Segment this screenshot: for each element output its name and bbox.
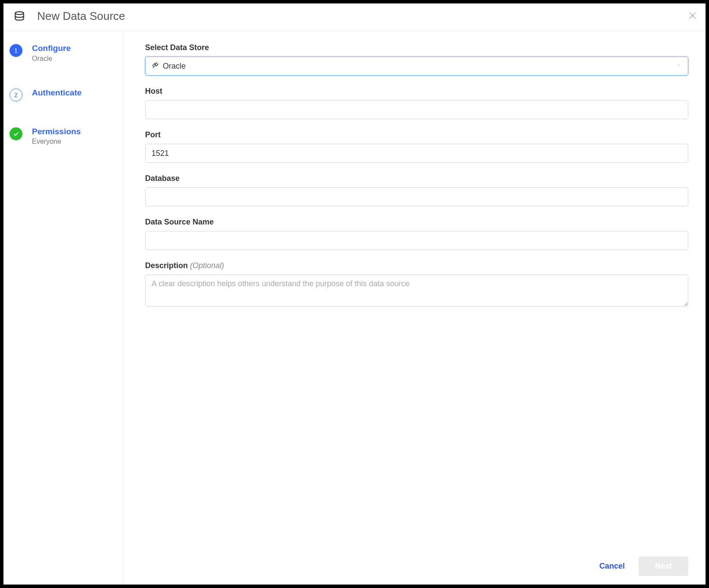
label-port: Port: [145, 130, 688, 139]
data-store-value: Oracle: [163, 62, 186, 71]
field-host: Host: [145, 87, 688, 119]
field-data-source-name: Data Source Name: [145, 218, 688, 250]
step-label: Configure: [32, 43, 71, 54]
field-description: Description (Optional): [145, 261, 688, 308]
step-badge-2: 2: [9, 89, 22, 101]
dialog-header: New Data Source: [3, 3, 706, 31]
field-select-data-store: Select Data Store Oracle: [145, 43, 688, 76]
cancel-button[interactable]: Cancel: [594, 557, 630, 575]
step-badge-check: [9, 127, 22, 140]
step-badge-1: 1: [9, 44, 22, 57]
label-optional: (Optional): [190, 261, 224, 270]
next-button[interactable]: Next: [639, 556, 688, 576]
step-sublabel: Oracle: [32, 55, 71, 63]
steps-sidebar: 1 Configure Oracle 2 Authenticate Permis…: [3, 31, 123, 585]
close-icon[interactable]: [688, 11, 697, 22]
label-database: Database: [145, 174, 688, 183]
step-text: Permissions Everyone: [32, 126, 81, 146]
description-textarea[interactable]: [145, 275, 688, 307]
database-icon: [14, 11, 25, 22]
form-panel: Select Data Store Oracle: [123, 31, 706, 585]
field-port: Port: [145, 130, 688, 163]
step-text: Authenticate: [32, 88, 82, 98]
port-input[interactable]: [145, 144, 688, 163]
field-database: Database: [145, 174, 688, 206]
data-store-select[interactable]: Oracle: [145, 57, 688, 76]
database-input[interactable]: [145, 187, 688, 206]
dialog-footer: Cancel Next: [145, 548, 688, 576]
step-sublabel: Everyone: [32, 138, 81, 145]
dialog-body: 1 Configure Oracle 2 Authenticate Permis…: [3, 31, 706, 585]
label-host: Host: [145, 87, 688, 96]
step-text: Configure Oracle: [32, 43, 71, 63]
label-data-source-name: Data Source Name: [145, 218, 688, 227]
dialog-title: New Data Source: [37, 9, 125, 23]
configure-form: Select Data Store Oracle: [145, 43, 688, 548]
svg-point-0: [15, 12, 24, 15]
label-description: Description (Optional): [145, 261, 688, 270]
label-description-text: Description: [145, 261, 188, 270]
data-source-name-input[interactable]: [145, 231, 688, 250]
plug-icon: [152, 61, 159, 71]
label-select-data-store: Select Data Store: [145, 43, 688, 52]
step-configure[interactable]: 1 Configure Oracle: [9, 43, 117, 63]
step-label: Authenticate: [32, 88, 82, 98]
step-authenticate[interactable]: 2 Authenticate: [9, 88, 117, 101]
chevron-down-icon: [676, 62, 682, 70]
host-input[interactable]: [145, 100, 688, 119]
step-label: Permissions: [32, 126, 81, 137]
step-permissions[interactable]: Permissions Everyone: [9, 126, 117, 146]
dialog-new-data-source: New Data Source 1 Configure Oracle 2 Aut…: [3, 3, 706, 585]
